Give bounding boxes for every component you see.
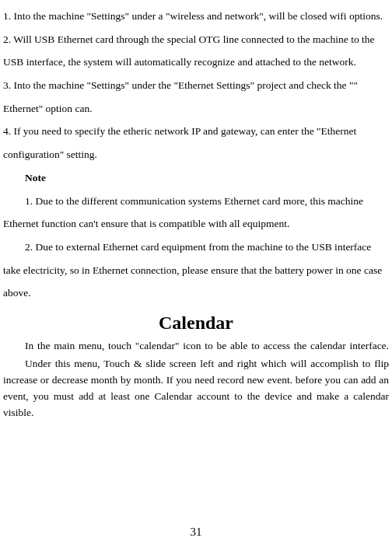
note-heading: Note [3, 166, 389, 190]
calendar-para-2: Under this menu, Touch & slide screen le… [3, 356, 389, 421]
step-3: 3. Into the machine "Settings" under the… [3, 74, 389, 120]
step-1: 1. Into the machine "Settings" under a "… [3, 5, 389, 28]
page-number: 31 [0, 526, 392, 539]
calendar-para-1: In the main menu, touch "calendar" icon … [3, 338, 389, 355]
step-2: 2. Will USB Ethernet card through the sp… [3, 28, 389, 74]
step-4: 4. If you need to specify the etheric ne… [3, 120, 389, 166]
calendar-title: Calendar [3, 313, 389, 334]
note-2: 2. Due to external Ethernet card equipme… [3, 236, 389, 305]
note-1: 1. Due to the different communication sy… [3, 190, 389, 236]
